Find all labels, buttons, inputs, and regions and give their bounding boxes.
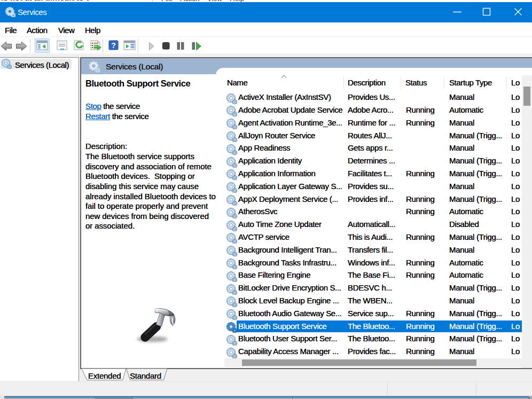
svg-text:?: ? xyxy=(111,41,116,50)
